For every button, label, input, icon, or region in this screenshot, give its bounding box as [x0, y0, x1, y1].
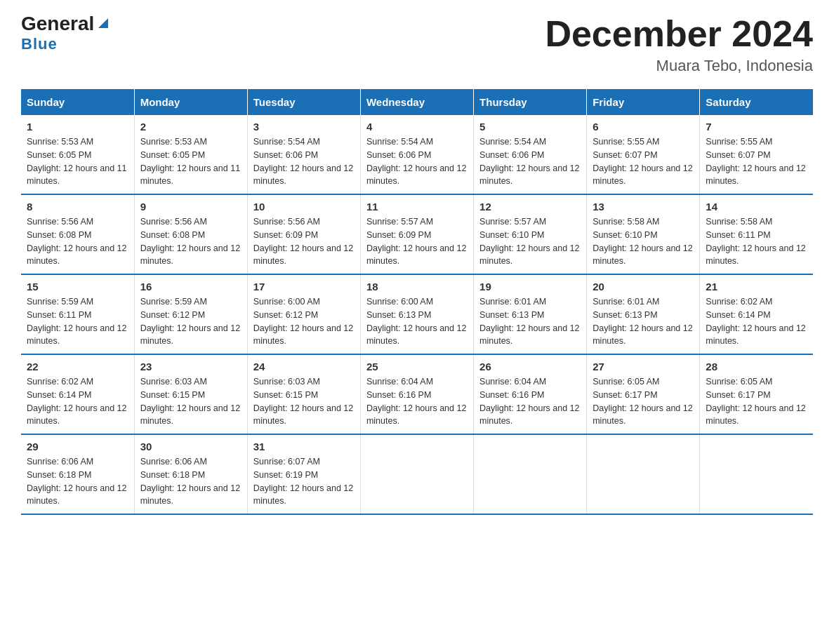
day-info: Sunrise: 6:01 AM Sunset: 6:13 PM Dayligh… [593, 295, 694, 348]
daylight-label: Daylight: 12 hours and 12 minutes. [479, 323, 579, 347]
calendar-day-cell: 4 Sunrise: 5:54 AM Sunset: 6:06 PM Dayli… [360, 115, 473, 194]
sunset-label: Sunset: 6:18 PM [140, 470, 205, 480]
calendar-day-cell: 13 Sunrise: 5:58 AM Sunset: 6:10 PM Dayl… [587, 194, 700, 274]
daylight-label: Daylight: 12 hours and 11 minutes. [27, 163, 126, 187]
sunrise-label: Sunrise: 6:02 AM [706, 297, 772, 307]
calendar-day-cell: 6 Sunrise: 5:55 AM Sunset: 6:07 PM Dayli… [587, 115, 700, 194]
sunset-label: Sunset: 6:09 PM [366, 230, 431, 240]
sunrise-label: Sunrise: 6:07 AM [253, 457, 320, 467]
sunrise-label: Sunrise: 5:53 AM [140, 137, 207, 147]
calendar-day-cell: 22 Sunrise: 6:02 AM Sunset: 6:14 PM Dayl… [21, 354, 134, 434]
sunrise-label: Sunrise: 6:01 AM [479, 297, 546, 307]
page-subtitle: Muara Tebo, Indonesia [545, 57, 813, 75]
daylight-label: Daylight: 12 hours and 12 minutes. [27, 483, 126, 507]
daylight-label: Daylight: 12 hours and 12 minutes. [366, 323, 466, 347]
sunrise-label: Sunrise: 6:06 AM [27, 457, 93, 467]
day-info: Sunrise: 6:03 AM Sunset: 6:15 PM Dayligh… [140, 375, 241, 428]
calendar-day-cell: 19 Sunrise: 6:01 AM Sunset: 6:13 PM Dayl… [474, 274, 587, 354]
logo-general: General [21, 14, 94, 34]
daylight-label: Daylight: 12 hours and 12 minutes. [253, 163, 353, 187]
weekday-header-row: SundayMondayTuesdayWednesdayThursdayFrid… [21, 89, 813, 115]
calendar-day-cell [700, 434, 813, 514]
day-info: Sunrise: 5:55 AM Sunset: 6:07 PM Dayligh… [706, 135, 807, 188]
day-info: Sunrise: 5:59 AM Sunset: 6:11 PM Dayligh… [27, 295, 128, 348]
day-info: Sunrise: 6:03 AM Sunset: 6:15 PM Dayligh… [253, 375, 355, 428]
weekday-header-tuesday: Tuesday [247, 89, 360, 115]
daylight-label: Daylight: 12 hours and 12 minutes. [253, 243, 353, 267]
sunrise-label: Sunrise: 5:54 AM [479, 137, 546, 147]
day-info: Sunrise: 6:05 AM Sunset: 6:17 PM Dayligh… [593, 375, 694, 428]
day-number: 7 [706, 121, 807, 133]
sunrise-label: Sunrise: 5:56 AM [27, 217, 93, 227]
page-title: December 2024 [545, 14, 813, 54]
daylight-label: Daylight: 12 hours and 12 minutes. [479, 243, 579, 267]
day-number: 19 [479, 281, 581, 293]
day-number: 24 [253, 361, 355, 373]
sunrise-label: Sunrise: 5:59 AM [27, 297, 93, 307]
day-number: 12 [479, 201, 581, 213]
logo-blue: Blue [21, 35, 58, 53]
daylight-label: Daylight: 12 hours and 12 minutes. [253, 403, 353, 427]
calendar-day-cell: 10 Sunrise: 5:56 AM Sunset: 6:09 PM Dayl… [247, 194, 360, 274]
sunrise-label: Sunrise: 6:03 AM [253, 377, 320, 387]
calendar-day-cell: 14 Sunrise: 5:58 AM Sunset: 6:11 PM Dayl… [700, 194, 813, 274]
day-info: Sunrise: 6:06 AM Sunset: 6:18 PM Dayligh… [140, 455, 241, 508]
sunrise-label: Sunrise: 5:54 AM [366, 137, 433, 147]
day-number: 14 [706, 201, 807, 213]
sunrise-label: Sunrise: 5:55 AM [593, 137, 659, 147]
calendar-day-cell: 30 Sunrise: 6:06 AM Sunset: 6:18 PM Dayl… [134, 434, 247, 514]
day-info: Sunrise: 6:05 AM Sunset: 6:17 PM Dayligh… [706, 375, 807, 428]
sunset-label: Sunset: 6:11 PM [706, 230, 770, 240]
title-block: December 2024 Muara Tebo, Indonesia [545, 14, 813, 75]
day-number: 20 [593, 281, 694, 293]
calendar-day-cell: 17 Sunrise: 6:00 AM Sunset: 6:12 PM Dayl… [247, 274, 360, 354]
sunset-label: Sunset: 6:06 PM [479, 150, 544, 160]
day-info: Sunrise: 5:57 AM Sunset: 6:10 PM Dayligh… [479, 215, 581, 268]
day-info: Sunrise: 5:54 AM Sunset: 6:06 PM Dayligh… [253, 135, 355, 188]
sunrise-label: Sunrise: 6:03 AM [140, 377, 207, 387]
day-number: 18 [366, 281, 468, 293]
daylight-label: Daylight: 12 hours and 12 minutes. [366, 163, 466, 187]
sunrise-label: Sunrise: 6:05 AM [593, 377, 659, 387]
calendar-day-cell: 27 Sunrise: 6:05 AM Sunset: 6:17 PM Dayl… [587, 354, 700, 434]
day-number: 17 [253, 281, 355, 293]
svg-marker-0 [98, 18, 108, 28]
day-info: Sunrise: 5:56 AM Sunset: 6:08 PM Dayligh… [140, 215, 241, 268]
daylight-label: Daylight: 12 hours and 12 minutes. [253, 323, 353, 347]
sunset-label: Sunset: 6:14 PM [706, 310, 770, 320]
daylight-label: Daylight: 12 hours and 12 minutes. [27, 323, 126, 347]
calendar-day-cell: 24 Sunrise: 6:03 AM Sunset: 6:15 PM Dayl… [247, 354, 360, 434]
day-number: 23 [140, 361, 241, 373]
day-info: Sunrise: 6:00 AM Sunset: 6:13 PM Dayligh… [366, 295, 468, 348]
calendar-day-cell [360, 434, 473, 514]
sunset-label: Sunset: 6:16 PM [366, 390, 431, 400]
day-number: 13 [593, 201, 694, 213]
day-number: 8 [27, 201, 128, 213]
calendar-table: SundayMondayTuesdayWednesdayThursdayFrid… [21, 89, 813, 515]
day-number: 11 [366, 201, 468, 213]
sunrise-label: Sunrise: 5:53 AM [27, 137, 93, 147]
day-info: Sunrise: 5:56 AM Sunset: 6:09 PM Dayligh… [253, 215, 355, 268]
daylight-label: Daylight: 12 hours and 12 minutes. [479, 403, 579, 427]
day-number: 21 [706, 281, 807, 293]
day-number: 16 [140, 281, 241, 293]
sunset-label: Sunset: 6:19 PM [253, 470, 318, 480]
sunset-label: Sunset: 6:08 PM [27, 230, 91, 240]
sunset-label: Sunset: 6:13 PM [479, 310, 544, 320]
daylight-label: Daylight: 12 hours and 12 minutes. [593, 403, 692, 427]
day-info: Sunrise: 6:02 AM Sunset: 6:14 PM Dayligh… [706, 295, 807, 348]
day-info: Sunrise: 5:58 AM Sunset: 6:11 PM Dayligh… [706, 215, 807, 268]
sunrise-label: Sunrise: 5:57 AM [366, 217, 433, 227]
daylight-label: Daylight: 12 hours and 12 minutes. [366, 403, 466, 427]
sunset-label: Sunset: 6:10 PM [593, 230, 657, 240]
sunrise-label: Sunrise: 5:58 AM [706, 217, 772, 227]
daylight-label: Daylight: 12 hours and 12 minutes. [479, 163, 579, 187]
day-number: 9 [140, 201, 241, 213]
daylight-label: Daylight: 12 hours and 11 minutes. [140, 163, 240, 187]
daylight-label: Daylight: 12 hours and 12 minutes. [140, 323, 240, 347]
sunrise-label: Sunrise: 5:56 AM [140, 217, 207, 227]
day-number: 5 [479, 121, 581, 133]
sunrise-label: Sunrise: 6:05 AM [706, 377, 772, 387]
sunset-label: Sunset: 6:05 PM [27, 150, 91, 160]
daylight-label: Daylight: 12 hours and 12 minutes. [593, 163, 692, 187]
